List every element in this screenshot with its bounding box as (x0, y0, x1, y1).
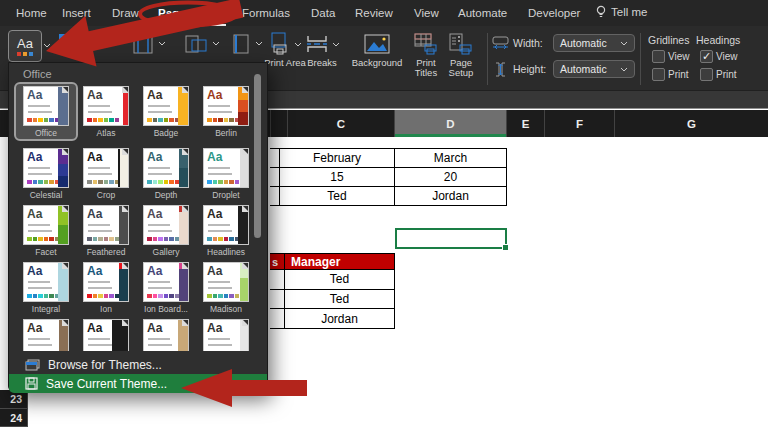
background-button[interactable]: Background (342, 30, 412, 68)
column-header-E[interactable]: E (506, 110, 544, 137)
table-cell[interactable]: Ted (285, 270, 395, 290)
theme-tile-label: Crop (78, 190, 134, 200)
margins-icon[interactable] (132, 33, 154, 55)
page-fold-corner (122, 148, 129, 155)
tab-draw[interactable]: Draw (112, 0, 139, 24)
table-cell[interactable]: Ted (285, 290, 395, 310)
theme-color-swatches (27, 180, 59, 185)
browse-for-themes-item[interactable]: Browse for Themes... (9, 355, 267, 374)
table-cell[interactable]: 20 (395, 168, 507, 187)
chevron-down-icon[interactable] (158, 41, 166, 46)
cell-partial[interactable] (270, 270, 285, 290)
tab-data[interactable]: Data (311, 0, 335, 24)
colors-icon[interactable] (58, 32, 78, 52)
save-current-theme-item[interactable]: Save Current Theme... (9, 374, 267, 393)
ribbon-tab-bar: HomeInsertDrawPage LayoutFormulasDataRev… (0, 0, 768, 26)
cell-partial[interactable] (270, 187, 280, 206)
page-fold-corner (62, 205, 69, 212)
selected-cell[interactable] (395, 228, 507, 249)
gridlines-print-checkbox[interactable] (652, 68, 665, 81)
cell-partial[interactable] (270, 149, 280, 168)
cell-partial[interactable] (270, 290, 285, 310)
tab-view[interactable]: View (414, 0, 439, 24)
themes-button[interactable]: Aa (8, 30, 42, 62)
theme-color-swatches (27, 294, 59, 299)
theme-tile-ion[interactable]: AaIon (78, 262, 134, 314)
table-cell[interactable]: Jordan (395, 187, 507, 206)
cell-partial[interactable] (270, 309, 285, 329)
manager-header-cell[interactable]: Manager (285, 254, 395, 270)
tab-insert[interactable]: Insert (62, 0, 91, 24)
theme-tile-facet[interactable]: AaFacet (18, 205, 74, 257)
tab-automate[interactable]: Automate (458, 0, 507, 24)
column-header-F[interactable]: F (544, 110, 614, 137)
theme-tile-feathered[interactable]: AaFeathered (78, 205, 134, 257)
column-header-C[interactable]: C (287, 110, 394, 137)
breaks-button[interactable]: Breaks (300, 30, 344, 68)
theme-tile-atlas[interactable]: AaAtlas (78, 86, 134, 138)
theme-tile-depth[interactable]: AaDepth (138, 148, 194, 200)
save-current-theme-label: Save Current Theme... (46, 377, 167, 391)
chevron-down-icon[interactable] (212, 41, 220, 46)
theme-tile-gallery[interactable]: AaGallery (138, 205, 194, 257)
header-cell-partial[interactable]: s (270, 254, 285, 270)
column-header-partial[interactable] (270, 110, 287, 137)
size-icon[interactable] (232, 33, 250, 55)
headings-print-checkbox[interactable] (700, 68, 713, 81)
theme-tile-crop[interactable]: AaCrop (78, 148, 134, 200)
theme-tile-madison[interactable]: AaMadison (198, 262, 254, 314)
column-header-D[interactable]: D (394, 110, 506, 137)
theme-color-swatches (87, 118, 119, 123)
height-select[interactable]: Automatic (553, 60, 635, 78)
theme-tile-celestial[interactable]: AaCelestial (18, 148, 74, 200)
width-select[interactable]: Automatic (553, 34, 635, 52)
chevron-down-icon[interactable] (255, 41, 263, 46)
theme-tile-integral[interactable]: AaIntegral (18, 262, 74, 314)
tab-home[interactable]: Home (16, 0, 47, 24)
table-cell[interactable]: Jordan (285, 309, 395, 329)
width-value: Automatic (560, 37, 607, 49)
page-fold-corner (242, 148, 249, 155)
tab-developer[interactable]: Developer (528, 0, 580, 24)
dropdown-scrollbar[interactable] (254, 74, 261, 238)
theme-tile-label: Badge (138, 128, 194, 138)
tab-formulas[interactable]: Formulas (242, 0, 290, 24)
print-titles-icon (413, 32, 439, 56)
table-cell[interactable]: Ted (280, 187, 395, 206)
page-setup-button[interactable]: Page Setup (441, 30, 481, 78)
page-fold-corner (242, 262, 249, 269)
tell-me-button[interactable]: Tell me (596, 0, 647, 24)
tab-review[interactable]: Review (355, 0, 393, 24)
page-fold-corner (182, 148, 189, 155)
theme-tile-headlines[interactable]: AaHeadlines (198, 205, 254, 257)
table-cell[interactable]: March (395, 149, 507, 168)
headings-print-label: Print (716, 69, 737, 80)
row-header-24[interactable]: 24 (0, 409, 28, 427)
theme-tile-office[interactable]: AaOffice (14, 82, 78, 141)
theme-tile-ion-board[interactable]: AaIon Board... (138, 262, 194, 314)
table-cell[interactable]: 15 (280, 168, 395, 187)
headings-view-checkbox[interactable]: ✓ (700, 50, 713, 63)
theme-color-swatches (27, 237, 59, 242)
page-fold-corner (122, 86, 129, 93)
theme-color-swatches (147, 180, 179, 185)
theme-tile-badge[interactable]: AaBadge (138, 86, 194, 138)
column-header-G[interactable]: G (614, 110, 768, 137)
theme-aa-sample: Aa (207, 150, 222, 164)
tab-page-layout[interactable]: Page Layout (158, 0, 226, 26)
print-titles-button[interactable]: Print Titles (406, 30, 446, 78)
page-setup-icon (448, 32, 474, 56)
chevron-down-icon[interactable] (43, 43, 51, 48)
page-fold-corner (242, 86, 249, 93)
page-fold-corner (62, 262, 69, 269)
cell-partial[interactable] (270, 168, 280, 187)
gridlines-view-checkbox[interactable] (652, 50, 665, 63)
theme-tile-droplet[interactable]: AaDroplet (198, 148, 254, 200)
orientation-icon[interactable] (184, 33, 208, 55)
print-titles-label: Print Titles (415, 57, 437, 78)
chevron-down-icon (620, 67, 628, 72)
table-cell[interactable]: February (280, 149, 395, 168)
theme-aa-sample: Aa (27, 150, 42, 164)
headings-title: Headings (696, 34, 740, 46)
theme-tile-berlin[interactable]: AaBerlin (198, 86, 254, 138)
